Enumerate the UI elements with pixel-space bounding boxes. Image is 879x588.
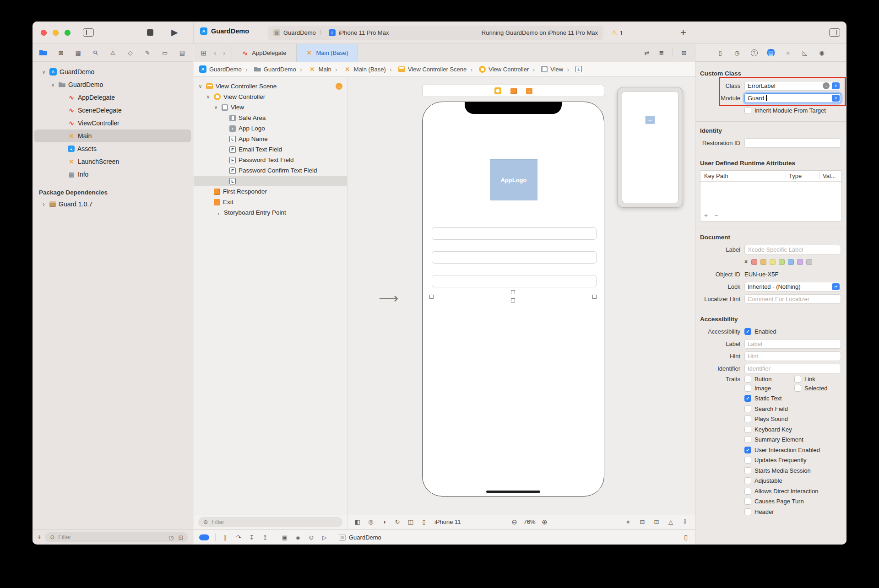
color-swatch[interactable] bbox=[779, 259, 785, 265]
navigator-row[interactable]: SceneDelegate bbox=[34, 104, 191, 117]
tab-overview-icon[interactable] bbox=[200, 49, 207, 57]
lock-stepper-icon[interactable]: ▴▾ bbox=[832, 283, 840, 290]
step-out-icon[interactable] bbox=[261, 534, 269, 541]
trait-checkbox-row[interactable]: Updates Frequently bbox=[744, 457, 841, 464]
lock-dropdown[interactable]: Inherited - (Nothing) ▴▾ bbox=[744, 282, 841, 291]
checkbox[interactable] bbox=[744, 376, 751, 383]
disclosure-chevron[interactable] bbox=[41, 69, 47, 75]
trait-checkbox-row[interactable]: Link bbox=[794, 376, 841, 383]
canvas-device-label[interactable]: iPhone 11 bbox=[434, 518, 461, 525]
constraints-icon[interactable] bbox=[653, 518, 660, 526]
help-icon[interactable] bbox=[750, 49, 758, 56]
checkbox[interactable] bbox=[744, 508, 751, 515]
outline-row[interactable]: Storyboard Entry Point bbox=[194, 207, 347, 218]
navigator-row[interactable]: GuardDemo bbox=[34, 78, 191, 91]
inherit-module-checkbox-row[interactable]: Inherit Module From Target bbox=[744, 107, 826, 114]
back-icon[interactable]: ‹ bbox=[214, 49, 217, 58]
sidebar-toggle-icon[interactable] bbox=[83, 28, 94, 37]
add-editor-icon[interactable] bbox=[680, 49, 688, 57]
selection-handle-left[interactable] bbox=[429, 295, 434, 299]
checkbox[interactable] bbox=[794, 376, 801, 383]
disclosure-chevron[interactable] bbox=[213, 104, 219, 110]
appearance-icon[interactable] bbox=[380, 518, 388, 526]
scheme-device-name[interactable]: iPhone 11 Pro Max bbox=[339, 29, 389, 36]
tests-icon[interactable] bbox=[126, 49, 134, 56]
step-over-icon[interactable] bbox=[235, 534, 242, 541]
disclosure-chevron[interactable] bbox=[205, 94, 211, 100]
navigator-row[interactable]: Main bbox=[34, 129, 191, 142]
new-tab-button[interactable]: + bbox=[680, 27, 686, 38]
navigator-filter-field[interactable]: Filter bbox=[45, 532, 188, 542]
outline-row[interactable]: Exit bbox=[194, 197, 347, 207]
project-icon[interactable] bbox=[39, 49, 47, 56]
zoom-in-icon[interactable] bbox=[541, 518, 548, 526]
class-field[interactable]: ErrorLabel → ∨ bbox=[744, 81, 841, 91]
outline-filter-field[interactable]: Filter bbox=[198, 517, 342, 527]
acc-identifier-field[interactable]: Identifier bbox=[744, 364, 841, 373]
color-swatch[interactable] bbox=[806, 259, 812, 265]
clear-color-mark[interactable]: × bbox=[744, 259, 748, 265]
update-frames-icon[interactable] bbox=[681, 518, 689, 526]
trait-checkbox-row[interactable]: Summary Element bbox=[744, 436, 841, 443]
source-control-icon[interactable] bbox=[57, 49, 65, 56]
embed-icon[interactable] bbox=[639, 518, 646, 526]
step-into-icon[interactable] bbox=[248, 534, 255, 541]
outline-row[interactable]: App Logo bbox=[194, 123, 347, 134]
history-icon[interactable] bbox=[733, 49, 741, 56]
trait-checkbox-row[interactable]: Allows Direct Interaction bbox=[744, 488, 841, 495]
color-swatch[interactable] bbox=[751, 259, 757, 265]
navigator-row[interactable]: GuardDemo bbox=[34, 65, 191, 78]
breakpoints-toggle[interactable] bbox=[199, 534, 209, 540]
checkbox[interactable] bbox=[744, 405, 751, 412]
exit-icon[interactable] bbox=[526, 88, 532, 94]
scheme-and-status-pill[interactable]: GuardDemo 〉 iPhone 11 Pro Max Running Gu… bbox=[268, 26, 603, 40]
outline-row[interactable]: View Controller Scene bbox=[194, 81, 347, 92]
flatten-icon[interactable] bbox=[177, 534, 184, 541]
color-swatch[interactable] bbox=[770, 259, 776, 265]
navigator-row[interactable]: AppDelegate bbox=[34, 91, 191, 104]
warning-badge[interactable]: ⚠ 1 bbox=[611, 29, 623, 37]
trait-checkbox-row[interactable]: Keyboard Key bbox=[744, 426, 841, 433]
reports-icon[interactable] bbox=[179, 49, 186, 56]
package-row[interactable]: Guard 1.0.7 bbox=[34, 198, 191, 210]
add-file-icon[interactable]: + bbox=[37, 533, 41, 541]
device-preview-thumbnail[interactable]: — bbox=[617, 87, 683, 208]
outline-row[interactable]: Safe Area bbox=[194, 113, 347, 123]
selection-handle-right[interactable] bbox=[592, 295, 597, 299]
editor-tab[interactable]: Main (Base) bbox=[296, 44, 358, 62]
color-swatch[interactable] bbox=[788, 259, 794, 265]
breadcrumb-item[interactable]: View Controller bbox=[467, 65, 529, 73]
minimize-button[interactable] bbox=[53, 30, 59, 36]
checkbox[interactable] bbox=[744, 395, 751, 402]
debug-icon[interactable] bbox=[144, 49, 151, 56]
editor-options-icon[interactable] bbox=[658, 49, 665, 57]
trait-checkbox-row[interactable]: Static Text bbox=[744, 395, 841, 402]
breadcrumb-item[interactable]: View bbox=[529, 65, 563, 73]
breadcrumb-item[interactable]: GuardDemo bbox=[242, 65, 296, 73]
jump-to-class-icon[interactable]: → bbox=[823, 82, 830, 89]
device-icon[interactable] bbox=[420, 518, 428, 526]
checkbox[interactable] bbox=[744, 457, 751, 464]
connections-icon[interactable] bbox=[818, 49, 825, 56]
checkbox[interactable] bbox=[744, 488, 751, 495]
acc-hint-field[interactable]: Hint bbox=[744, 351, 841, 361]
breakpoints-icon[interactable] bbox=[161, 49, 168, 56]
breadcrumb-item[interactable]: View Controller Scene bbox=[386, 65, 467, 73]
stop-button[interactable] bbox=[147, 29, 153, 36]
attributes-icon[interactable] bbox=[784, 49, 792, 56]
device-bezels-icon[interactable] bbox=[682, 534, 689, 541]
outline-row[interactable]: First Responder bbox=[194, 186, 347, 197]
breadcrumb-item[interactable]: Main (Base) bbox=[331, 65, 386, 73]
outline-row[interactable]: Password Confirm Text Field bbox=[194, 165, 347, 176]
module-dropdown-icon[interactable]: ∨ bbox=[832, 95, 840, 102]
trait-checkbox-row[interactable]: Causes Page Turn bbox=[744, 498, 841, 505]
scheme-app-name[interactable]: GuardDemo bbox=[283, 29, 316, 36]
restoration-id-field[interactable] bbox=[744, 138, 841, 148]
navigator-row[interactable]: Assets bbox=[34, 142, 191, 155]
zoom-out-icon[interactable] bbox=[511, 518, 518, 526]
first-responder-icon[interactable] bbox=[510, 88, 517, 94]
outline-row[interactable]: App Name bbox=[194, 134, 347, 144]
trait-checkbox-row[interactable]: Adjustable bbox=[744, 477, 841, 484]
run-button[interactable]: ▶ bbox=[171, 27, 178, 38]
trait-checkbox-row[interactable]: Plays Sound bbox=[744, 415, 841, 422]
